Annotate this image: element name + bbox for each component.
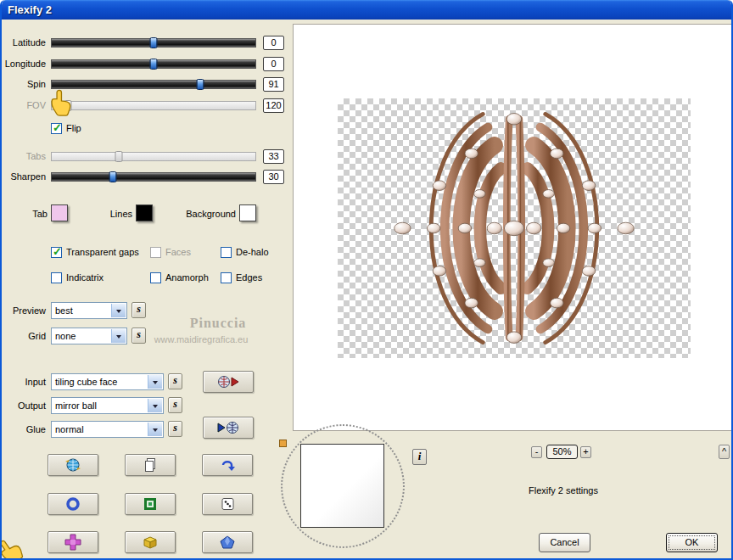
grid-select[interactable]: none [51, 328, 127, 344]
preview-select-label: Preview [2, 305, 46, 316]
dehalo-checkbox-box[interactable] [221, 247, 232, 258]
square-frame-icon [143, 496, 158, 512]
input-render-button[interactable] [203, 371, 254, 393]
sharpen-label: Sharpen [2, 171, 46, 182]
zoom-out-button[interactable]: - [531, 446, 542, 458]
fov-slider-row: FOV 120 [2, 98, 290, 114]
fov-slider[interactable] [51, 101, 256, 110]
input-select[interactable]: tiling cube face [51, 373, 164, 390]
sharpen-slider[interactable] [51, 172, 256, 182]
anamorph-checkbox-box[interactable] [150, 272, 161, 283]
sharpen-value[interactable]: 30 [263, 170, 284, 184]
spin-value[interactable]: 91 [263, 77, 284, 92]
transparency-checkerboard [338, 98, 691, 358]
latitude-slider-row: Latitude 0 [2, 36, 290, 51]
edges-checkbox[interactable]: Edges [221, 272, 262, 283]
longitude-slider-handle[interactable] [150, 59, 158, 70]
indicatrix-checkbox[interactable]: Indicatrix [51, 272, 104, 283]
flip-checkbox[interactable]: Flip [51, 122, 81, 134]
undo-arrow-icon [219, 458, 236, 472]
mirror-ball-image [374, 101, 654, 356]
longitude-slider-row: Longitude 0 [2, 57, 290, 72]
output-reset-button[interactable]: s [168, 397, 182, 413]
gem-button[interactable] [202, 531, 253, 553]
play-globe-icon [216, 420, 240, 435]
edges-label: Edges [236, 272, 262, 283]
glue-select-label: Glue [2, 424, 46, 434]
glue-select[interactable]: normal [51, 421, 164, 438]
dice-button[interactable] [202, 493, 253, 515]
dehalo-checkbox[interactable]: De-halo [221, 246, 269, 258]
input-select-value: tiling cube face [52, 374, 163, 387]
input-select-label: Input [2, 377, 46, 387]
lines-color-swatch[interactable] [136, 204, 153, 221]
preview-reset-button[interactable]: s [131, 302, 146, 318]
latitude-label: Latitude [2, 37, 46, 48]
anamorph-checkbox[interactable]: Anamorph [150, 272, 209, 283]
scroll-up-button[interactable]: ^ [719, 445, 730, 459]
faces-checkbox[interactable]: Faces [150, 246, 191, 258]
transparent-gaps-checkbox[interactable]: Transparent gaps [51, 246, 139, 258]
fov-value[interactable]: 120 [263, 98, 284, 113]
longitude-value[interactable]: 0 [263, 57, 284, 71]
box-3d-button[interactable] [125, 531, 176, 553]
box-3d-icon [142, 535, 159, 550]
output-render-button[interactable] [203, 417, 254, 439]
flip-checkbox-box[interactable] [51, 123, 62, 134]
output-select-label: Output [2, 400, 46, 411]
marker-square [279, 440, 287, 447]
lines-swatch-label: Lines [102, 209, 132, 219]
zoom-in-button[interactable]: + [580, 446, 591, 458]
glue-reset-button[interactable]: s [168, 421, 182, 437]
latitude-slider-handle[interactable] [150, 37, 158, 48]
copy-page-button[interactable] [125, 454, 176, 476]
hand-cursor-icon [51, 88, 73, 117]
square-frame-button[interactable] [125, 493, 176, 515]
transparent-gaps-checkbox-box[interactable] [51, 247, 62, 258]
watermark-name: Pinuccia [163, 316, 273, 331]
sharpen-slider-row: Sharpen 30 [2, 170, 290, 185]
indicatrix-checkbox-box[interactable] [51, 272, 62, 283]
tabs-slider-handle[interactable] [115, 151, 123, 162]
tab-color-swatch[interactable] [51, 204, 68, 221]
zoom-level[interactable]: 50% [546, 445, 578, 459]
background-color-swatch[interactable] [239, 204, 256, 221]
faces-label: Faces [165, 247, 191, 257]
tabs-slider[interactable] [51, 152, 256, 161]
cancel-button[interactable]: Cancel [539, 533, 590, 552]
output-select[interactable]: mirror ball [51, 397, 164, 414]
tabs-label: Tabs [2, 151, 46, 161]
info-button[interactable]: i [412, 449, 427, 465]
globe-render-button[interactable] [48, 454, 98, 476]
latitude-slider[interactable] [51, 38, 256, 48]
preview-canvas[interactable] [293, 24, 732, 431]
latitude-value[interactable]: 0 [263, 36, 284, 50]
dice-icon [219, 496, 236, 512]
tabs-value[interactable]: 33 [263, 149, 284, 164]
spin-slider[interactable] [51, 80, 256, 89]
spin-slider-handle[interactable] [197, 79, 204, 90]
output-select-value: mirror ball [52, 398, 163, 411]
ring-button[interactable] [48, 493, 98, 515]
edges-checkbox-box[interactable] [221, 272, 232, 283]
chevron-down-icon[interactable] [111, 304, 126, 317]
thumbnail-preview[interactable] [300, 444, 384, 528]
indicatrix-label: Indicatrix [66, 272, 104, 283]
titlebar[interactable]: Flexify 2 [2, 0, 731, 20]
transparent-gaps-label: Transparent gaps [66, 247, 139, 257]
plus-cross-icon [64, 534, 82, 551]
anamorph-label: Anamorph [165, 272, 209, 283]
preview-select[interactable]: best [51, 302, 127, 319]
longitude-slider[interactable] [51, 59, 256, 69]
sharpen-slider-handle[interactable] [109, 171, 117, 182]
gem-icon [219, 535, 236, 550]
chevron-down-icon[interactable] [148, 423, 162, 436]
chevron-down-icon[interactable] [148, 375, 162, 389]
plus-cross-button[interactable] [48, 531, 98, 553]
ok-button[interactable]: OK [666, 533, 718, 552]
faces-checkbox-box[interactable] [150, 247, 161, 258]
settings-caption: Flexify 2 settings [508, 485, 618, 496]
input-reset-button[interactable]: s [168, 373, 182, 389]
chevron-down-icon[interactable] [148, 399, 162, 412]
undo-button[interactable] [202, 454, 253, 476]
